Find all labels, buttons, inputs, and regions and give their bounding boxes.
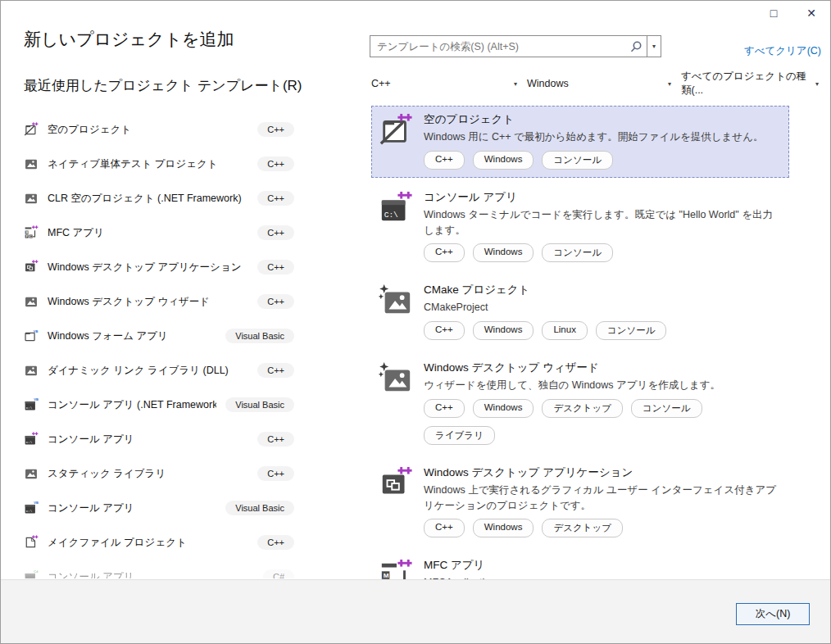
language-badge: Visual Basic [225,397,294,412]
tag[interactable]: Windows [473,399,534,418]
template-search-box: ▾ [370,35,661,57]
language-badge: C++ [257,122,294,137]
template-tags: C++ Windows デスクトップ コンソール ライブラリ [424,399,780,445]
console-vb-icon [24,397,39,412]
tag[interactable]: コンソール [542,243,613,262]
template-title: Windows デスクトップ ウィザード [424,361,780,375]
template-name: CLR 空のプロジェクト (.NET Framework) [48,192,248,206]
search-icon[interactable] [624,36,647,57]
template-tags: C++ Windows デスクトップ [424,519,780,537]
window-controls: □ ✕ [755,1,830,25]
list-item[interactable]: コンソール アプリ C++ [24,422,294,456]
search-input[interactable] [370,36,624,57]
language-badge: C++ [257,225,294,240]
template-card-console-app[interactable]: コンソール アプリ Windows ターミナルでコードを実行します。既定では "… [371,184,789,271]
list-item[interactable]: コンソール アプリ C# [24,560,294,578]
template-tags: C++ Windows コンソール [424,151,780,170]
tag[interactable]: C++ [424,151,465,170]
maximize-button[interactable]: □ [755,1,792,25]
clear-all-link[interactable]: すべてクリア(C) [744,44,821,58]
console-vb-icon [24,501,39,515]
list-item[interactable]: 空のプロジェクト C++ [24,112,294,147]
console-cs-icon [24,569,39,578]
list-item[interactable]: メイクファイル プロジェクト C++ [24,525,294,560]
generic-template-icon [24,466,39,481]
tag[interactable]: C++ [424,243,465,262]
generic-template-icon [24,294,39,309]
template-title: MFC アプリ [424,558,780,573]
template-name: MFC アプリ [48,226,248,240]
tag[interactable]: デスクトップ [542,519,623,537]
desktop-app-icon [24,260,39,274]
list-item[interactable]: ネイティブ単体テスト プロジェクト C++ [24,147,294,181]
tag[interactable]: Linux [542,321,588,340]
empty-project-icon [379,113,413,147]
list-item[interactable]: ダイナミック リンク ライブラリ (DLL) C++ [24,353,294,388]
template-name: コンソール アプリ [48,501,216,515]
template-name: Windows フォーム アプリ [48,329,216,343]
template-card-windows-desktop-wizard[interactable]: Windows デスクトップ ウィザード ウィザードを使用して、独自の Wind… [371,354,789,453]
template-card-empty-project[interactable]: 空のプロジェクト Windows 用に C++ で最初から始めます。開始ファイル… [371,106,789,178]
project-type-filter-dropdown[interactable]: すべてのプロジェクトの種類(... ▾ [679,75,827,93]
chevron-down-icon: ▾ [815,80,819,88]
tag[interactable]: コンソール [542,151,613,170]
language-badge: Visual Basic [225,329,294,343]
tag[interactable]: C++ [424,321,465,340]
tag[interactable]: Windows [473,321,534,340]
language-badge: C++ [257,432,294,447]
list-item[interactable]: コンソール アプリ Visual Basic [24,491,294,525]
generic-template-icon [24,156,39,171]
platform-filter-dropdown[interactable]: Windows ▾ [525,75,679,93]
template-title: 空のプロジェクト [424,112,780,127]
template-title: Windows デスクトップ アプリケーション [424,465,780,480]
language-badge: C++ [257,156,294,171]
language-badge: C# [263,569,294,578]
page-title: 新しいプロジェクトを追加 [24,28,234,51]
tag[interactable]: Windows [473,243,534,262]
console-cpp-icon [379,191,413,225]
template-name: コンソール アプリ [48,433,248,447]
add-new-project-dialog: □ ✕ 新しいプロジェクトを追加 ▾ すべてクリア(C) 最近使用したプロジェク… [0,0,831,644]
template-card-windows-desktop-application[interactable]: Windows デスクトップ アプリケーション Windows 上で実行されるグ… [371,459,789,546]
tag[interactable]: Windows [473,519,534,537]
language-filter-dropdown[interactable]: C++ ▾ [370,75,525,93]
list-item[interactable]: Windows デスクトップ ウィザード C++ [24,284,294,319]
list-item[interactable]: Windows フォーム アプリ Visual Basic [24,319,294,353]
language-badge: C++ [257,191,294,206]
tag[interactable]: コンソール [631,399,702,418]
tag[interactable]: Windows [473,151,534,170]
list-item[interactable]: コンソール アプリ (.NET Framework) Visual Basic [24,388,294,422]
template-title: コンソール アプリ [424,190,780,205]
tag[interactable]: C++ [424,399,465,418]
tag[interactable]: C++ [424,519,465,537]
template-name: コンソール アプリ (.NET Framework) [48,398,216,412]
platform-filter-value: Windows [527,78,569,89]
winforms-icon [24,329,39,343]
close-button[interactable]: ✕ [792,1,830,25]
list-item[interactable]: MFC アプリ C++ [24,215,294,250]
language-badge: C++ [257,466,294,481]
template-results-list: 空のプロジェクト Windows 用に C++ で最初から始めます。開始ファイル… [371,106,789,644]
list-item[interactable]: CLR 空のプロジェクト (.NET Framework) C++ [24,181,294,215]
tag[interactable]: デスクトップ [542,399,623,418]
chevron-down-icon: ▾ [514,80,517,88]
list-item[interactable]: Windows デスクトップ アプリケーション C++ [24,250,294,284]
tag[interactable]: ライブラリ [424,426,495,445]
template-title: CMake プロジェクト [424,283,780,297]
list-item[interactable]: スタティック ライブラリ C++ [24,456,294,491]
language-badge: C++ [257,260,294,274]
search-dropdown-arrow[interactable]: ▾ [647,36,661,57]
template-name: Windows デスクトップ ウィザード [48,295,248,309]
language-badge: C++ [257,535,294,550]
language-badge: C++ [257,363,294,378]
template-tags: C++ Windows Linux コンソール [424,321,780,340]
template-description: Windows 上で実行されるグラフィカル ユーザー インターフェイス付きアプリ… [424,483,780,514]
filter-bar: C++ ▾ Windows ▾ すべてのプロジェクトの種類(... ▾ [370,75,827,93]
next-button[interactable]: 次へ(N) [736,603,810,625]
template-card-cmake-project[interactable]: CMake プロジェクト CMakeProject C++ Windows Li… [371,276,789,348]
generic-template-icon [24,191,39,206]
tag[interactable]: コンソール [596,321,667,340]
generic-template-icon [379,283,413,318]
language-badge: C++ [257,294,294,309]
recent-templates-list: 空のプロジェクト C++ ネイティブ単体テスト プロジェクト C++ CLR 空… [24,112,294,578]
